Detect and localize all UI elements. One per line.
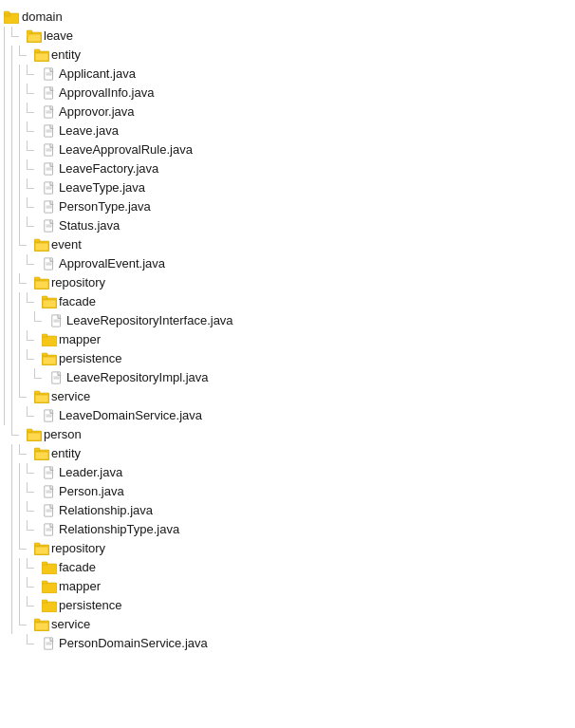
list-item[interactable]: PersonType.java bbox=[4, 197, 571, 216]
folder-open-icon bbox=[34, 390, 49, 403]
svg-rect-5 bbox=[28, 34, 41, 42]
list-item[interactable]: RelationshipType.java bbox=[4, 520, 571, 539]
list-item[interactable]: Status.java bbox=[4, 216, 571, 235]
folder-open-icon bbox=[42, 295, 57, 308]
java-file-icon bbox=[42, 86, 57, 100]
java-file-icon bbox=[42, 523, 57, 536]
list-item[interactable]: facade bbox=[4, 292, 571, 311]
folder-closed-icon bbox=[42, 599, 57, 612]
java-file-icon bbox=[42, 637, 57, 650]
list-item[interactable]: service bbox=[4, 615, 571, 634]
folder-open-icon bbox=[34, 618, 49, 631]
node-label: entity bbox=[51, 45, 81, 65]
list-item[interactable]: entity bbox=[4, 46, 571, 65]
list-item[interactable]: Person.java bbox=[4, 482, 571, 501]
list-item[interactable]: Leave.java bbox=[4, 121, 571, 140]
folder-open-icon bbox=[34, 48, 49, 62]
java-file-icon bbox=[42, 219, 57, 233]
list-item[interactable]: Leader.java bbox=[4, 463, 571, 482]
list-item[interactable]: leave bbox=[4, 27, 571, 46]
node-label: Leader.java bbox=[59, 462, 122, 483]
java-file-icon bbox=[42, 162, 57, 176]
node-label: facade bbox=[59, 291, 96, 312]
node-label: service bbox=[51, 386, 90, 407]
node-label: repository bbox=[51, 538, 105, 559]
list-item[interactable]: service bbox=[4, 387, 571, 406]
svg-rect-89 bbox=[42, 583, 57, 593]
svg-rect-44 bbox=[34, 277, 40, 280]
folder-icon bbox=[42, 333, 57, 346]
node-label: LeaveType.java bbox=[59, 177, 145, 198]
svg-rect-68 bbox=[28, 433, 41, 440]
node-label: mapper bbox=[59, 329, 101, 350]
folder-open-icon bbox=[34, 447, 49, 460]
node-label: Leave.java bbox=[59, 121, 119, 141]
list-item[interactable]: mapper bbox=[4, 577, 571, 596]
list-item[interactable]: Applicant.java bbox=[4, 65, 571, 84]
svg-rect-6 bbox=[27, 33, 29, 36]
svg-rect-70 bbox=[34, 448, 40, 451]
list-item[interactable]: LeaveType.java bbox=[4, 178, 571, 197]
list-item[interactable]: LeaveFactory.java bbox=[4, 159, 571, 178]
svg-rect-71 bbox=[35, 452, 48, 459]
java-file-icon bbox=[42, 485, 57, 498]
node-label: LeaveRepositoryInterface.java bbox=[66, 310, 233, 331]
list-item[interactable]: LeaveApprovalRule.java bbox=[4, 140, 571, 159]
java-file-icon bbox=[42, 143, 57, 157]
svg-rect-61 bbox=[34, 391, 40, 394]
node-label: LeaveApprovalRule.java bbox=[59, 140, 193, 160]
svg-rect-90 bbox=[42, 581, 47, 584]
list-item[interactable]: ApprovalInfo.java bbox=[4, 84, 571, 103]
list-item[interactable]: entity bbox=[4, 444, 571, 463]
node-label: persistence bbox=[59, 595, 121, 616]
svg-rect-47 bbox=[42, 296, 47, 299]
list-item[interactable]: person bbox=[4, 425, 571, 444]
list-item[interactable]: PersonDomainService.java bbox=[4, 634, 571, 653]
list-item[interactable]: repository bbox=[4, 273, 571, 292]
folder-open-icon bbox=[34, 238, 49, 252]
node-label: Approvor.java bbox=[59, 102, 135, 122]
list-item[interactable]: LeaveDomainService.java bbox=[4, 406, 571, 425]
java-file-icon bbox=[42, 466, 57, 479]
list-item[interactable]: persistence bbox=[4, 596, 571, 615]
node-label: PersonDomainService.java bbox=[59, 633, 208, 654]
list-item[interactable]: Approvor.java bbox=[4, 103, 571, 121]
folder-open-icon bbox=[27, 428, 42, 441]
node-label: domain bbox=[22, 7, 63, 28]
node-label: service bbox=[51, 614, 90, 635]
list-item[interactable]: mapper bbox=[4, 330, 571, 349]
list-item[interactable]: LeaveRepositoryInterface.java bbox=[4, 311, 571, 330]
svg-rect-45 bbox=[35, 281, 48, 289]
folder-open-icon bbox=[42, 352, 57, 365]
svg-rect-8 bbox=[34, 49, 40, 52]
node-label: ApprovalEvent.java bbox=[59, 253, 165, 274]
svg-rect-92 bbox=[42, 600, 47, 603]
java-file-icon bbox=[42, 105, 57, 119]
list-item[interactable]: repository bbox=[4, 539, 571, 558]
list-item[interactable]: domain bbox=[4, 8, 571, 27]
folder-open-icon bbox=[27, 29, 42, 43]
folder-open-icon bbox=[34, 542, 49, 555]
svg-rect-53 bbox=[42, 334, 47, 337]
file-tree: domain leave entity bbox=[4, 8, 571, 653]
node-label: event bbox=[51, 234, 82, 255]
java-file-icon bbox=[49, 371, 65, 384]
list-item[interactable]: ApprovalEvent.java bbox=[4, 254, 571, 273]
node-label: Applicant.java bbox=[59, 64, 136, 84]
svg-rect-94 bbox=[34, 619, 40, 622]
svg-rect-55 bbox=[42, 353, 47, 356]
list-item[interactable]: Relationship.java bbox=[4, 501, 571, 520]
node-label: PersonType.java bbox=[59, 196, 151, 217]
node-label: leave bbox=[44, 26, 73, 47]
list-item[interactable]: LeaveRepositoryImpl.java bbox=[4, 368, 571, 387]
list-item[interactable]: persistence bbox=[4, 349, 571, 368]
svg-rect-2 bbox=[4, 11, 9, 14]
svg-rect-48 bbox=[43, 300, 56, 308]
list-item[interactable]: facade bbox=[4, 558, 571, 577]
svg-rect-95 bbox=[35, 623, 48, 630]
node-label: mapper bbox=[59, 576, 101, 597]
node-label: LeaveRepositoryImpl.java bbox=[66, 367, 209, 388]
java-file-icon bbox=[42, 257, 57, 271]
svg-rect-38 bbox=[34, 239, 40, 242]
list-item[interactable]: event bbox=[4, 235, 571, 254]
